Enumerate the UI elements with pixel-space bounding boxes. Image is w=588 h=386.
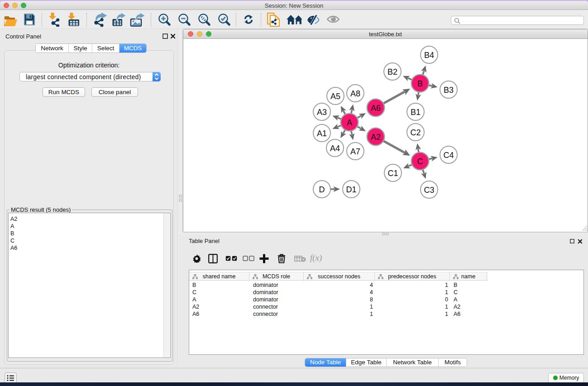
svg-text:C: C — [417, 157, 423, 166]
svg-text:A3: A3 — [317, 108, 327, 117]
svg-text:A7: A7 — [350, 147, 360, 156]
svg-text:B: B — [417, 79, 423, 88]
svg-text:C4: C4 — [443, 151, 454, 160]
svg-text:B3: B3 — [444, 86, 454, 95]
svg-text:A: A — [347, 118, 352, 127]
svg-text:B4: B4 — [424, 51, 434, 60]
svg-text:A6: A6 — [371, 104, 381, 113]
svg-text:A4: A4 — [330, 144, 340, 153]
svg-text:D1: D1 — [346, 185, 356, 194]
svg-text:A2: A2 — [371, 133, 381, 142]
svg-text:D: D — [319, 185, 325, 194]
svg-text:C1: C1 — [387, 169, 398, 178]
svg-text:A5: A5 — [330, 92, 340, 101]
svg-text:C3: C3 — [424, 186, 434, 195]
svg-text:C2: C2 — [410, 128, 421, 137]
svg-text:B2: B2 — [387, 67, 397, 76]
svg-text:B1: B1 — [411, 108, 421, 117]
svg-text:A8: A8 — [350, 89, 360, 98]
svg-text:A1: A1 — [317, 129, 327, 138]
